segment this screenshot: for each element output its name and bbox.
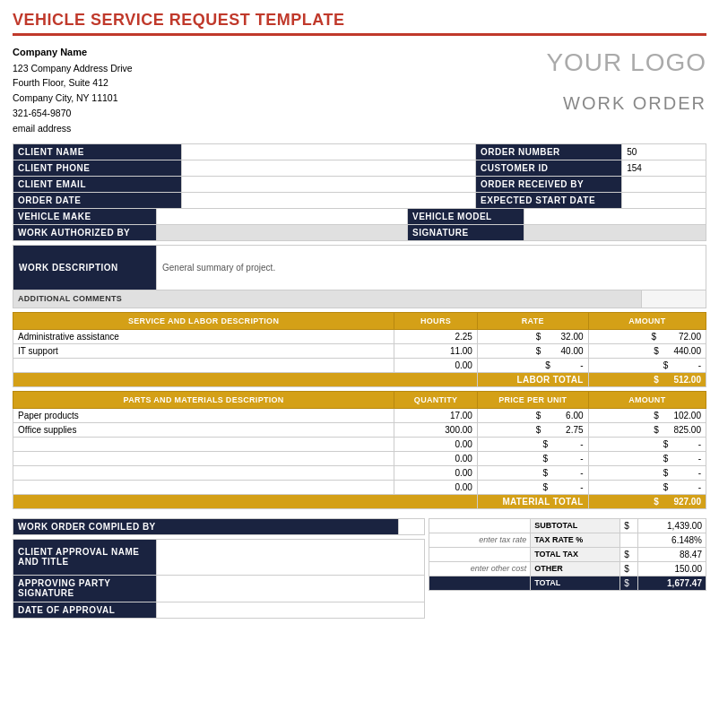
compiled-table: WORK ORDER COMPILED BY [13, 518, 425, 535]
parts-desc-header: PARTS AND MATERIALS DESCRIPTION [13, 391, 394, 408]
service-row3-amount: $ - [588, 358, 706, 372]
material-total-row: MATERIAL TOTAL $ 927.00 [13, 494, 706, 508]
left-bottom: WORK ORDER COMPILED BY CLIENT APPROVAL N… [13, 513, 425, 619]
labor-total-spacer [13, 372, 478, 386]
bottom-section: WORK ORDER COMPILED BY CLIENT APPROVAL N… [13, 513, 706, 619]
customer-id-label: CUSTOMER ID [476, 160, 622, 176]
tax-rate-note: enter tax rate [429, 533, 531, 547]
parts-row6-qty: 0.00 [394, 480, 478, 494]
parts-row6-price: $ - [477, 480, 588, 494]
parts-row1-amount: $ 102.00 [588, 408, 706, 422]
work-auth-value[interactable] [157, 224, 408, 240]
client-name-label: CLIENT NAME [13, 143, 182, 160]
total-row: TOTAL $ 1,677.47 [429, 576, 706, 590]
work-desc-value[interactable]: General summary of project. [157, 245, 706, 290]
tax-rate-dollar [620, 533, 638, 547]
material-total-value: $ 927.00 [588, 494, 706, 508]
service-hours-header: HOURS [394, 312, 478, 329]
parts-qty-header: QUANTITY [394, 391, 478, 408]
client-email-value[interactable] [181, 176, 475, 192]
totaltax-row: TOTAL TAX $ 88.47 [429, 547, 706, 561]
tax-rate-value: 6.148% [638, 533, 706, 547]
service-labor-table: SERVICE AND LABOR DESCRIPTION HOURS RATE… [13, 312, 706, 387]
approving-party-value[interactable] [157, 575, 425, 602]
company-phone: 321-654-9870 [13, 106, 133, 121]
expected-start-value[interactable] [622, 192, 706, 208]
parts-amount-header: AMOUNT [588, 391, 706, 408]
total-tax-note [429, 547, 531, 561]
customer-id-value[interactable]: 154 [622, 160, 706, 176]
client-approval-label: CLIENT APPROVAL NAME AND TITLE [13, 539, 157, 575]
order-number-label: ORDER NUMBER [476, 143, 622, 160]
logo-area: YOUR LOGO WORK ORDER [546, 45, 706, 136]
parts-row3-amount: $ - [588, 437, 706, 451]
parts-row1-qty: 17.00 [394, 408, 478, 422]
company-address1: 123 Company Address Drive [13, 61, 133, 76]
service-row3-desc [13, 358, 394, 372]
company-name: Company Name [13, 45, 133, 61]
client-phone-label: CLIENT PHONE [13, 160, 182, 176]
tax-rate-label: TAX RATE % [531, 533, 620, 547]
company-address3: Company City, NY 11101 [13, 91, 133, 106]
right-totals: SUBTOTAL $ 1,439.00 enter tax rate TAX R… [429, 513, 706, 619]
parts-row4-desc [13, 451, 394, 465]
parts-row4-price: $ - [477, 451, 588, 465]
order-received-value[interactable] [622, 176, 706, 192]
service-row2-desc: IT support [13, 343, 394, 358]
total-tax-label: TOTAL TAX [531, 547, 620, 561]
auth-table: WORK AUTHORIZED BY SIGNATURE [13, 224, 706, 241]
parts-row5-desc [13, 465, 394, 480]
parts-row-6: 0.00 $ - $ - [13, 480, 706, 494]
parts-row-2: Office supplies 300.00 $ 2.75 $ 825.00 [13, 422, 706, 437]
service-row1-amount: $ 72.00 [588, 329, 706, 343]
date-approval-label: DATE OF APPROVAL [13, 602, 157, 618]
other-note: enter other cost [429, 561, 531, 576]
signature-value[interactable] [524, 224, 706, 240]
subtotal-note [429, 518, 531, 533]
other-dollar: $ [620, 561, 638, 576]
client-info-table: CLIENT NAME ORDER NUMBER 50 CLIENT PHONE… [13, 143, 706, 209]
company-address2: Fourth Floor, Suite 412 [13, 75, 133, 91]
service-row2-amount: $ 440.00 [588, 343, 706, 358]
vehicle-model-label: VEHICLE MODEL [408, 208, 524, 224]
order-number-value[interactable]: 50 [622, 143, 706, 160]
subtotal-label: SUBTOTAL [531, 518, 620, 533]
doc-title: VEHICLE SERVICE REQUEST TEMPLATE [13, 11, 706, 36]
client-phone-value[interactable] [181, 160, 475, 176]
parts-row1-price: $ 6.00 [477, 408, 588, 422]
parts-row6-desc [13, 480, 394, 494]
service-row2-hours: 11.00 [394, 343, 478, 358]
parts-row3-price: $ - [477, 437, 588, 451]
subtotal-row: SUBTOTAL $ 1,439.00 [429, 518, 706, 533]
total-value: 1,677.47 [638, 576, 706, 590]
client-name-value[interactable] [181, 143, 475, 160]
order-date-label: ORDER DATE [13, 192, 182, 208]
parts-row5-qty: 0.00 [394, 465, 478, 480]
service-row1-rate: $ 32.00 [477, 329, 588, 343]
parts-row-5: 0.00 $ - $ - [13, 465, 706, 480]
compiled-value[interactable] [399, 518, 425, 534]
company-info: Company Name 123 Company Address Drive F… [13, 45, 133, 136]
service-row-1: Administrative assistance 2.25 $ 32.00 $… [13, 329, 706, 343]
parts-row3-qty: 0.00 [394, 437, 478, 451]
parts-row4-qty: 0.00 [394, 451, 478, 465]
service-amount-header: AMOUNT [588, 312, 706, 329]
vehicle-make-label: VEHICLE MAKE [13, 208, 157, 224]
dates-table: VEHICLE MAKE VEHICLE MODEL [13, 208, 706, 225]
vehicle-model-value[interactable] [524, 208, 706, 224]
labor-total-row: LABOR TOTAL $ 512.00 [13, 372, 706, 386]
client-approval-value[interactable] [157, 539, 425, 575]
parts-row2-price: $ 2.75 [477, 422, 588, 437]
order-date-value[interactable] [181, 192, 475, 208]
parts-row5-price: $ - [477, 465, 588, 480]
comments-table: ADDITIONAL COMMENTS [13, 290, 706, 308]
additional-comments-value[interactable] [642, 290, 706, 308]
expected-start-label: EXPECTED START DATE [476, 192, 622, 208]
total-dollar: $ [620, 576, 638, 590]
material-total-spacer [13, 494, 478, 508]
service-row3-hours: 0.00 [394, 358, 478, 372]
vehicle-make-value[interactable] [157, 208, 408, 224]
date-approval-value[interactable] [157, 602, 425, 618]
service-row1-desc: Administrative assistance [13, 329, 394, 343]
order-received-label: ORDER RECEIVED BY [476, 176, 622, 192]
